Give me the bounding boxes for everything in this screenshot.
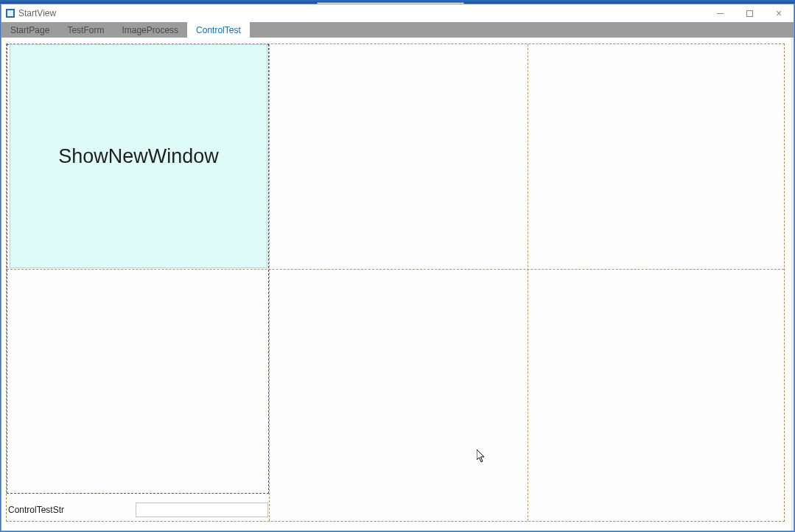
window-icon: [6, 9, 15, 18]
tab-label: ControlTest: [196, 25, 241, 35]
maximize-button[interactable]: [735, 4, 764, 22]
tab-label: ImageProcess: [122, 25, 178, 35]
control-textbox[interactable]: [136, 503, 268, 517]
tab-bar: StartPage TestForm ImageProcess ControlT…: [1, 22, 794, 38]
window-controls: ×: [705, 4, 794, 22]
tab-controltest[interactable]: ControlTest: [187, 22, 250, 38]
tab-startpage[interactable]: StartPage: [1, 22, 58, 38]
grid-column-line: [528, 44, 528, 521]
app-window: StartView × StartPage TestForm ImageProc…: [1, 4, 794, 531]
window-title: StartView: [18, 8, 56, 18]
close-icon: ×: [776, 8, 782, 18]
tab-label: TestForm: [67, 25, 104, 35]
tab-label: StartPage: [10, 25, 49, 35]
maximize-icon: [746, 10, 753, 17]
minimize-button[interactable]: [705, 4, 735, 22]
titlebar[interactable]: StartView ×: [1, 4, 794, 22]
show-new-window-button[interactable]: ShowNewWindow: [10, 44, 267, 268]
tab-testform[interactable]: TestForm: [58, 22, 113, 38]
tab-imageprocess[interactable]: ImageProcess: [113, 22, 187, 38]
right-scroll-edge[interactable]: [791, 38, 794, 531]
client-area: ShowNewWindow ControlTestStr: [1, 38, 794, 531]
close-button[interactable]: ×: [764, 4, 794, 22]
designer-grid[interactable]: ShowNewWindow ControlTestStr: [6, 43, 785, 522]
control-label: ControlTestStr: [8, 505, 64, 515]
big-button-label: ShowNewWindow: [58, 145, 219, 168]
minimize-icon: [717, 13, 724, 14]
grid-column-line: [269, 44, 270, 521]
